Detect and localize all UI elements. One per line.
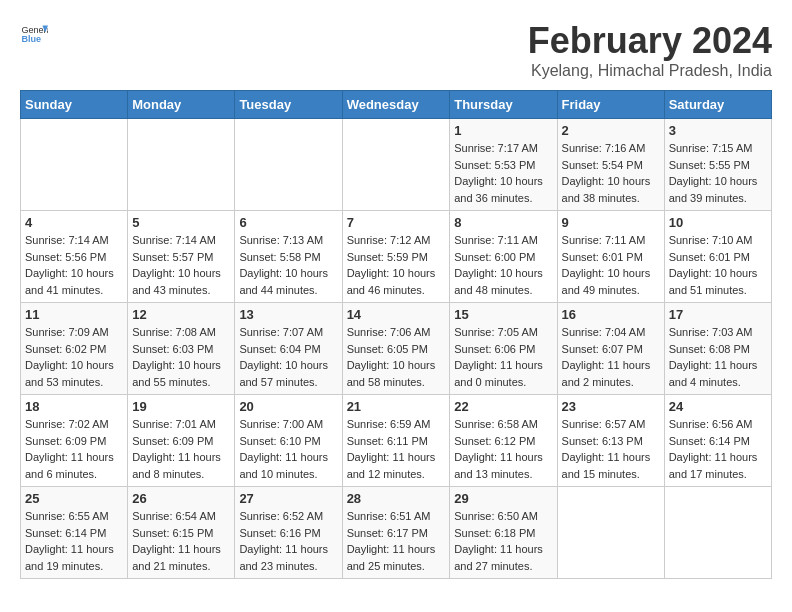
week-row-0: 1Sunrise: 7:17 AM Sunset: 5:53 PM Daylig… [21, 119, 772, 211]
day-number: 18 [25, 399, 123, 414]
header-saturday: Saturday [664, 91, 771, 119]
day-info: Sunrise: 7:06 AM Sunset: 6:05 PM Dayligh… [347, 324, 446, 390]
page-header: General Blue February 2024 Kyelang, Hima… [20, 20, 772, 80]
day-number: 26 [132, 491, 230, 506]
day-number: 3 [669, 123, 767, 138]
day-info: Sunrise: 7:02 AM Sunset: 6:09 PM Dayligh… [25, 416, 123, 482]
day-number: 17 [669, 307, 767, 322]
day-number: 14 [347, 307, 446, 322]
day-info: Sunrise: 7:17 AM Sunset: 5:53 PM Dayligh… [454, 140, 552, 206]
day-info: Sunrise: 7:04 AM Sunset: 6:07 PM Dayligh… [562, 324, 660, 390]
calendar-cell: 6Sunrise: 7:13 AM Sunset: 5:58 PM Daylig… [235, 211, 342, 303]
day-number: 27 [239, 491, 337, 506]
day-number: 23 [562, 399, 660, 414]
day-number: 1 [454, 123, 552, 138]
calendar-cell [21, 119, 128, 211]
day-number: 29 [454, 491, 552, 506]
week-row-2: 11Sunrise: 7:09 AM Sunset: 6:02 PM Dayli… [21, 303, 772, 395]
day-number: 15 [454, 307, 552, 322]
day-number: 11 [25, 307, 123, 322]
month-title: February 2024 [528, 20, 772, 62]
day-info: Sunrise: 6:51 AM Sunset: 6:17 PM Dayligh… [347, 508, 446, 574]
day-info: Sunrise: 6:52 AM Sunset: 6:16 PM Dayligh… [239, 508, 337, 574]
calendar-cell: 7Sunrise: 7:12 AM Sunset: 5:59 PM Daylig… [342, 211, 450, 303]
calendar-cell: 22Sunrise: 6:58 AM Sunset: 6:12 PM Dayli… [450, 395, 557, 487]
day-info: Sunrise: 7:16 AM Sunset: 5:54 PM Dayligh… [562, 140, 660, 206]
day-info: Sunrise: 7:00 AM Sunset: 6:10 PM Dayligh… [239, 416, 337, 482]
title-section: February 2024 Kyelang, Himachal Pradesh,… [528, 20, 772, 80]
header-thursday: Thursday [450, 91, 557, 119]
day-number: 5 [132, 215, 230, 230]
day-number: 4 [25, 215, 123, 230]
day-info: Sunrise: 7:07 AM Sunset: 6:04 PM Dayligh… [239, 324, 337, 390]
calendar-cell: 9Sunrise: 7:11 AM Sunset: 6:01 PM Daylig… [557, 211, 664, 303]
day-number: 19 [132, 399, 230, 414]
calendar-cell: 16Sunrise: 7:04 AM Sunset: 6:07 PM Dayli… [557, 303, 664, 395]
calendar-cell: 2Sunrise: 7:16 AM Sunset: 5:54 PM Daylig… [557, 119, 664, 211]
calendar-cell: 24Sunrise: 6:56 AM Sunset: 6:14 PM Dayli… [664, 395, 771, 487]
calendar-cell [235, 119, 342, 211]
day-number: 20 [239, 399, 337, 414]
calendar-cell [342, 119, 450, 211]
day-info: Sunrise: 7:05 AM Sunset: 6:06 PM Dayligh… [454, 324, 552, 390]
day-info: Sunrise: 7:08 AM Sunset: 6:03 PM Dayligh… [132, 324, 230, 390]
day-number: 7 [347, 215, 446, 230]
day-info: Sunrise: 7:14 AM Sunset: 5:56 PM Dayligh… [25, 232, 123, 298]
header-sunday: Sunday [21, 91, 128, 119]
day-info: Sunrise: 6:56 AM Sunset: 6:14 PM Dayligh… [669, 416, 767, 482]
calendar-cell [664, 487, 771, 579]
day-number: 2 [562, 123, 660, 138]
day-info: Sunrise: 7:15 AM Sunset: 5:55 PM Dayligh… [669, 140, 767, 206]
day-info: Sunrise: 6:57 AM Sunset: 6:13 PM Dayligh… [562, 416, 660, 482]
calendar-cell: 17Sunrise: 7:03 AM Sunset: 6:08 PM Dayli… [664, 303, 771, 395]
day-number: 16 [562, 307, 660, 322]
calendar-cell: 4Sunrise: 7:14 AM Sunset: 5:56 PM Daylig… [21, 211, 128, 303]
calendar-cell [128, 119, 235, 211]
week-row-3: 18Sunrise: 7:02 AM Sunset: 6:09 PM Dayli… [21, 395, 772, 487]
day-info: Sunrise: 6:58 AM Sunset: 6:12 PM Dayligh… [454, 416, 552, 482]
calendar-cell: 25Sunrise: 6:55 AM Sunset: 6:14 PM Dayli… [21, 487, 128, 579]
week-row-4: 25Sunrise: 6:55 AM Sunset: 6:14 PM Dayli… [21, 487, 772, 579]
calendar-cell: 12Sunrise: 7:08 AM Sunset: 6:03 PM Dayli… [128, 303, 235, 395]
calendar-cell: 15Sunrise: 7:05 AM Sunset: 6:06 PM Dayli… [450, 303, 557, 395]
day-number: 22 [454, 399, 552, 414]
day-info: Sunrise: 6:59 AM Sunset: 6:11 PM Dayligh… [347, 416, 446, 482]
day-info: Sunrise: 7:12 AM Sunset: 5:59 PM Dayligh… [347, 232, 446, 298]
calendar-cell: 28Sunrise: 6:51 AM Sunset: 6:17 PM Dayli… [342, 487, 450, 579]
calendar-cell: 23Sunrise: 6:57 AM Sunset: 6:13 PM Dayli… [557, 395, 664, 487]
location-title: Kyelang, Himachal Pradesh, India [528, 62, 772, 80]
calendar-cell: 3Sunrise: 7:15 AM Sunset: 5:55 PM Daylig… [664, 119, 771, 211]
day-number: 13 [239, 307, 337, 322]
calendar-cell: 20Sunrise: 7:00 AM Sunset: 6:10 PM Dayli… [235, 395, 342, 487]
calendar-cell: 13Sunrise: 7:07 AM Sunset: 6:04 PM Dayli… [235, 303, 342, 395]
week-row-1: 4Sunrise: 7:14 AM Sunset: 5:56 PM Daylig… [21, 211, 772, 303]
day-info: Sunrise: 7:14 AM Sunset: 5:57 PM Dayligh… [132, 232, 230, 298]
day-info: Sunrise: 7:01 AM Sunset: 6:09 PM Dayligh… [132, 416, 230, 482]
day-number: 10 [669, 215, 767, 230]
day-info: Sunrise: 7:10 AM Sunset: 6:01 PM Dayligh… [669, 232, 767, 298]
day-info: Sunrise: 7:13 AM Sunset: 5:58 PM Dayligh… [239, 232, 337, 298]
day-number: 8 [454, 215, 552, 230]
calendar-header-row: SundayMondayTuesdayWednesdayThursdayFrid… [21, 91, 772, 119]
calendar-cell: 1Sunrise: 7:17 AM Sunset: 5:53 PM Daylig… [450, 119, 557, 211]
calendar-cell: 26Sunrise: 6:54 AM Sunset: 6:15 PM Dayli… [128, 487, 235, 579]
calendar-cell: 11Sunrise: 7:09 AM Sunset: 6:02 PM Dayli… [21, 303, 128, 395]
calendar-cell [557, 487, 664, 579]
calendar-cell: 21Sunrise: 6:59 AM Sunset: 6:11 PM Dayli… [342, 395, 450, 487]
header-tuesday: Tuesday [235, 91, 342, 119]
calendar-cell: 29Sunrise: 6:50 AM Sunset: 6:18 PM Dayli… [450, 487, 557, 579]
logo: General Blue [20, 20, 48, 48]
calendar-cell: 10Sunrise: 7:10 AM Sunset: 6:01 PM Dayli… [664, 211, 771, 303]
calendar-table: SundayMondayTuesdayWednesdayThursdayFrid… [20, 90, 772, 579]
day-number: 21 [347, 399, 446, 414]
calendar-cell: 18Sunrise: 7:02 AM Sunset: 6:09 PM Dayli… [21, 395, 128, 487]
header-wednesday: Wednesday [342, 91, 450, 119]
day-number: 6 [239, 215, 337, 230]
logo-icon: General Blue [20, 20, 48, 48]
day-info: Sunrise: 7:09 AM Sunset: 6:02 PM Dayligh… [25, 324, 123, 390]
day-info: Sunrise: 7:11 AM Sunset: 6:00 PM Dayligh… [454, 232, 552, 298]
day-info: Sunrise: 6:50 AM Sunset: 6:18 PM Dayligh… [454, 508, 552, 574]
day-info: Sunrise: 6:55 AM Sunset: 6:14 PM Dayligh… [25, 508, 123, 574]
day-number: 25 [25, 491, 123, 506]
day-number: 24 [669, 399, 767, 414]
